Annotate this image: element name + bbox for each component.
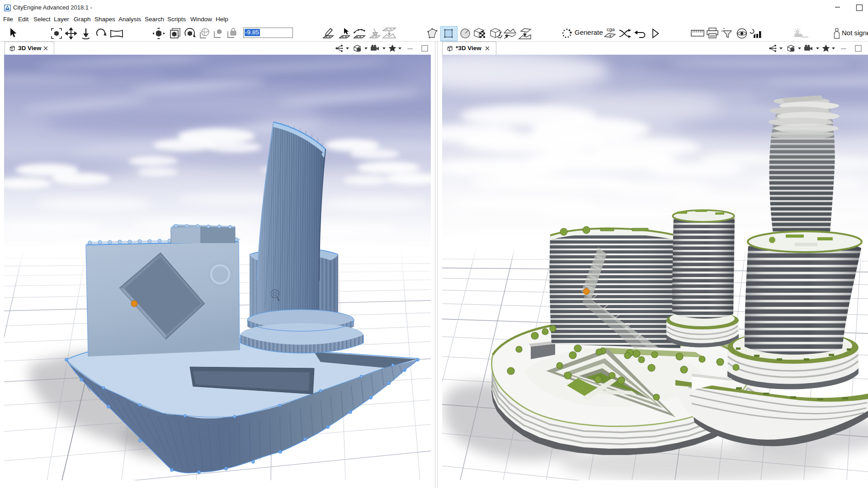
svg-text:cga: cga bbox=[607, 27, 615, 32]
